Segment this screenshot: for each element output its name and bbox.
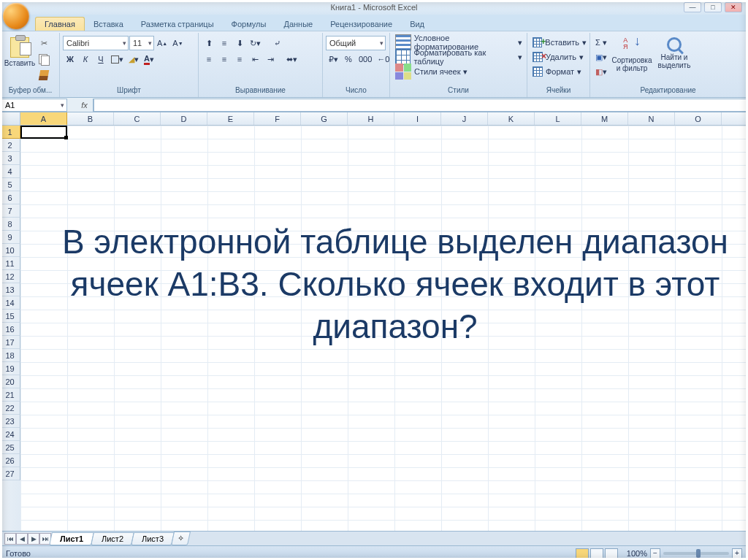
sheet-tab-2[interactable]: Лист2 bbox=[91, 532, 134, 545]
col-header-A[interactable]: A bbox=[20, 112, 67, 125]
insert-cells-button[interactable]: Вставить ▾ bbox=[530, 35, 589, 50]
align-top-button[interactable]: ⬆ bbox=[202, 36, 216, 50]
align-left-button[interactable]: ≡ bbox=[202, 52, 216, 66]
row-header-2[interactable]: 2 bbox=[0, 139, 20, 152]
spreadsheet-grid[interactable]: A B C D E F G H I J K L M N O 1 2 3 4 5 … bbox=[0, 112, 748, 531]
new-sheet-button[interactable]: ✧ bbox=[171, 532, 191, 545]
delete-cells-button[interactable]: Удалить ▾ bbox=[530, 50, 589, 64]
view-page-break-button[interactable] bbox=[605, 548, 618, 559]
select-all-corner[interactable] bbox=[0, 112, 20, 125]
cell-styles-button[interactable]: Стили ячеек ▾ bbox=[393, 64, 524, 79]
shrink-font-button[interactable]: A▼ bbox=[170, 36, 185, 50]
copy-button[interactable] bbox=[37, 52, 51, 66]
row-header-8[interactable]: 8 bbox=[0, 218, 20, 231]
zoom-slider[interactable] bbox=[663, 552, 729, 555]
italic-button[interactable]: К bbox=[78, 52, 93, 66]
row-header-20[interactable]: 20 bbox=[0, 375, 20, 388]
wrap-text-button[interactable]: ⤶ bbox=[264, 36, 290, 50]
row-header-10[interactable]: 10 bbox=[0, 244, 20, 257]
orientation-button[interactable]: ↻▾ bbox=[248, 36, 263, 50]
align-bottom-button[interactable]: ⬇ bbox=[232, 36, 247, 50]
font-color-button[interactable]: A▾ bbox=[142, 52, 156, 66]
increase-indent-button[interactable]: ⇥ bbox=[263, 52, 278, 66]
office-button[interactable] bbox=[3, 3, 29, 29]
row-header-24[interactable]: 24 bbox=[0, 428, 20, 441]
merge-center-button[interactable]: ⬌▾ bbox=[278, 52, 305, 66]
sort-filter-button[interactable]: Сортировка и фильтр bbox=[611, 34, 653, 75]
close-button[interactable]: ✕ bbox=[725, 2, 742, 12]
row-header-13[interactable]: 13 bbox=[0, 283, 20, 296]
row-header-22[interactable]: 22 bbox=[0, 402, 20, 415]
row-header-9[interactable]: 9 bbox=[0, 231, 20, 244]
row-header-25[interactable]: 25 bbox=[0, 441, 20, 454]
zoom-thumb[interactable] bbox=[696, 549, 701, 558]
tab-formulas[interactable]: Формулы bbox=[223, 18, 275, 31]
tab-view[interactable]: Вид bbox=[401, 18, 433, 31]
sheet-nav-first[interactable]: ⏮ bbox=[4, 533, 16, 545]
currency-button[interactable]: ₽▾ bbox=[326, 52, 340, 66]
col-header-L[interactable]: L bbox=[535, 112, 581, 125]
sheet-tab-3[interactable]: Лист3 bbox=[131, 532, 175, 545]
restore-button[interactable]: □ bbox=[704, 2, 722, 12]
comma-button[interactable]: 000 bbox=[356, 52, 374, 66]
col-header-M[interactable]: M bbox=[581, 112, 628, 125]
row-header-16[interactable]: 16 bbox=[0, 323, 20, 336]
row-header-4[interactable]: 4 bbox=[0, 165, 20, 178]
format-cells-button[interactable]: Формат ▾ bbox=[530, 64, 589, 79]
row-header-17[interactable]: 17 bbox=[0, 336, 20, 349]
autosum-button[interactable]: Σ ▾ bbox=[593, 35, 609, 50]
col-header-J[interactable]: J bbox=[441, 112, 488, 125]
row-header-3[interactable]: 3 bbox=[0, 152, 20, 165]
cells-area[interactable]: В электронной таблице выделен диапазон я… bbox=[20, 126, 748, 531]
paste-button[interactable]: Вставить bbox=[4, 34, 35, 70]
grow-font-button[interactable]: A▲ bbox=[155, 36, 169, 50]
align-center-button[interactable]: ≡ bbox=[217, 52, 232, 66]
tab-page-layout[interactable]: Разметка страницы bbox=[132, 18, 223, 31]
row-header-23[interactable]: 23 bbox=[0, 415, 20, 428]
sheet-nav-prev[interactable]: ◀ bbox=[16, 533, 28, 545]
col-header-H[interactable]: H bbox=[348, 112, 394, 125]
tab-insert[interactable]: Вставка bbox=[85, 18, 132, 31]
font-size-combo[interactable]: 11 bbox=[129, 36, 154, 50]
view-page-layout-button[interactable] bbox=[590, 548, 603, 559]
format-as-table-button[interactable]: Форматировать как таблицу ▾ bbox=[393, 50, 524, 64]
bold-button[interactable]: Ж bbox=[63, 52, 77, 66]
zoom-out-button[interactable]: − bbox=[650, 548, 660, 559]
align-right-button[interactable]: ≡ bbox=[232, 52, 247, 66]
col-header-C[interactable]: C bbox=[114, 112, 161, 125]
find-select-button[interactable]: Найти и выделить bbox=[654, 34, 694, 72]
zoom-percent[interactable]: 100% bbox=[627, 549, 647, 558]
col-header-G[interactable]: G bbox=[301, 112, 348, 125]
align-middle-button[interactable]: ≡ bbox=[217, 36, 232, 50]
col-header-O[interactable]: O bbox=[675, 112, 722, 125]
row-header-21[interactable]: 21 bbox=[0, 388, 20, 402]
tab-data[interactable]: Данные bbox=[275, 18, 321, 31]
row-header-26[interactable]: 26 bbox=[0, 454, 20, 467]
row-header-5[interactable]: 5 bbox=[0, 178, 20, 191]
row-header-7[interactable]: 7 bbox=[0, 204, 20, 218]
row-header-12[interactable]: 12 bbox=[0, 270, 20, 283]
sheet-nav-next[interactable]: ▶ bbox=[28, 533, 39, 545]
row-header-11[interactable]: 11 bbox=[0, 257, 20, 270]
border-button[interactable]: ▾ bbox=[109, 52, 126, 66]
row-header-1[interactable]: 1 bbox=[0, 126, 20, 139]
col-header-K[interactable]: K bbox=[488, 112, 535, 125]
active-cell-A1[interactable] bbox=[20, 126, 67, 139]
sheet-tab-1[interactable]: Лист1 bbox=[49, 532, 94, 545]
name-box[interactable]: A1 bbox=[1, 99, 67, 112]
formula-bar[interactable] bbox=[94, 99, 747, 112]
tab-home[interactable]: Главная bbox=[35, 17, 85, 31]
fill-color-button[interactable]: ◢▾ bbox=[126, 52, 141, 66]
col-header-D[interactable]: D bbox=[161, 112, 207, 125]
tab-review[interactable]: Рецензирование bbox=[321, 18, 401, 31]
col-header-F[interactable]: F bbox=[254, 112, 301, 125]
decrease-indent-button[interactable]: ⇤ bbox=[248, 52, 262, 66]
underline-button[interactable]: Ч bbox=[94, 52, 108, 66]
view-normal-button[interactable] bbox=[576, 548, 589, 559]
col-header-N[interactable]: N bbox=[628, 112, 675, 125]
fx-button[interactable]: fx bbox=[76, 99, 94, 112]
row-header-27[interactable]: 27 bbox=[0, 467, 20, 480]
cut-button[interactable]: ✂ bbox=[37, 36, 51, 50]
clear-button[interactable]: ◧▾ bbox=[593, 64, 609, 79]
row-header-15[interactable]: 15 bbox=[0, 310, 20, 323]
